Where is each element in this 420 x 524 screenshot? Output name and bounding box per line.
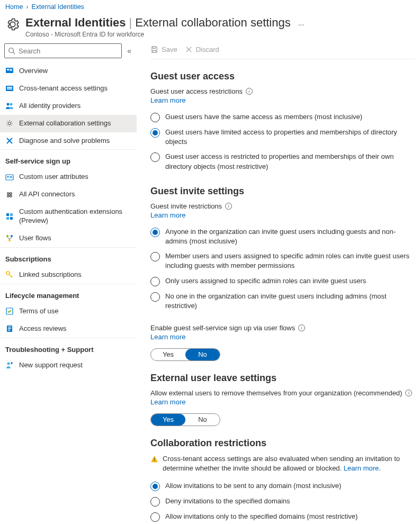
- save-button[interactable]: Save: [150, 46, 177, 53]
- guest-access-restrictions-label: Guest user access restrictions: [150, 87, 243, 95]
- radio-label: Member users and users assigned to speci…: [165, 251, 415, 270]
- svg-rect-4: [10, 69, 12, 70]
- radio-icon: [150, 292, 160, 302]
- svg-rect-26: [8, 327, 11, 328]
- radio-collab-deny-specified[interactable]: Deny invitations to the specified domain…: [150, 494, 415, 509]
- svg-rect-15: [10, 177, 12, 178]
- tenant-subtitle: Contoso - Microsoft Entra ID for workfor…: [25, 31, 415, 38]
- sidebar-item-linked-subscriptions[interactable]: Linked subscriptions: [0, 266, 137, 284]
- sidebar-item-label: Custom user attributes: [19, 173, 131, 182]
- sidebar-item-new-support-request[interactable]: New support request: [0, 357, 137, 374]
- sidebar-item-custom-user-attributes[interactable]: Custom user attributes: [0, 168, 137, 186]
- toggle-yes[interactable]: Yes: [151, 349, 185, 360]
- breadcrumb-home[interactable]: Home: [5, 3, 23, 11]
- sidebar-item-label: Overview: [19, 67, 131, 76]
- radio-label: Allow invitations only to the specified …: [165, 512, 415, 521]
- radio-invite-members[interactable]: Member users and users assigned to speci…: [150, 249, 415, 273]
- svg-line-1: [13, 52, 15, 55]
- sidebar-item-api-connectors[interactable]: All API connectors: [0, 186, 137, 203]
- toggle-yes[interactable]: Yes: [151, 414, 185, 426]
- radio-invite-admins-only[interactable]: Only users assigned to specific admin ro…: [150, 274, 415, 289]
- gear-icon: [5, 119, 14, 128]
- sidebar-item-custom-auth-extensions[interactable]: Custom authentication extensions (Previe…: [0, 203, 137, 230]
- sidebar-item-label: External collaboration settings: [19, 119, 131, 128]
- radio-label: Only users assigned to specific admin ro…: [165, 276, 415, 286]
- svg-rect-31: [154, 460, 155, 462]
- info-icon[interactable]: i: [246, 88, 253, 95]
- radio-guest-access-limited[interactable]: Guest users have limited access to prope…: [150, 125, 415, 149]
- toggle-no[interactable]: No: [185, 349, 220, 360]
- sidebar-section-subscriptions: Subscriptions: [0, 247, 137, 266]
- sidebar-item-label: New support request: [19, 361, 131, 370]
- radio-icon: [150, 512, 160, 522]
- more-button[interactable]: ···: [298, 20, 305, 29]
- sidebar-item-diagnose[interactable]: Diagnose and solve problems: [0, 132, 137, 150]
- search-icon: [8, 47, 15, 55]
- support-icon: [5, 361, 14, 369]
- svg-point-0: [9, 48, 14, 53]
- radio-icon: [150, 277, 160, 286]
- sidebar-section-lifecycle: Lifecycle management: [0, 284, 137, 303]
- sidebar-item-external-collaboration[interactable]: External collaboration settings: [0, 115, 137, 132]
- radio-invite-noone[interactable]: No one in the organization can invite gu…: [150, 289, 415, 313]
- sidebar-section-self-service: Self-service sign up: [0, 149, 137, 168]
- sidebar-item-overview[interactable]: Overview: [0, 62, 137, 80]
- svg-point-10: [10, 103, 13, 106]
- radio-icon: [150, 228, 160, 237]
- sidebar: « Overview Cross-tenant access settings …: [0, 43, 137, 524]
- sidebar-item-label: Access reviews: [19, 324, 131, 333]
- breadcrumb-external-identities[interactable]: External Identities: [32, 3, 84, 11]
- svg-rect-16: [6, 213, 9, 216]
- key-icon: [5, 270, 14, 279]
- radio-label: Guest users have limited access to prope…: [165, 128, 415, 147]
- search-box[interactable]: [4, 43, 122, 58]
- collapse-sidebar-button[interactable]: «: [126, 46, 132, 56]
- svg-point-20: [6, 235, 8, 237]
- radio-icon: [150, 113, 160, 122]
- learn-more-link[interactable]: Learn more: [344, 464, 379, 473]
- radio-icon: [150, 482, 160, 491]
- content-pane: Save Discard Guest user access Guest use…: [137, 43, 420, 524]
- section-collaboration-restrictions: Collaboration restrictions: [150, 438, 415, 449]
- sidebar-item-label: All API connectors: [19, 190, 131, 199]
- radio-guest-access-restricted[interactable]: Guest user access is restricted to prope…: [150, 149, 415, 174]
- section-guest-user-access: Guest user access: [150, 71, 415, 82]
- info-icon[interactable]: i: [225, 203, 232, 210]
- breadcrumb: Home › External Identities: [5, 3, 415, 14]
- learn-more-link[interactable]: Learn more: [150, 333, 185, 341]
- overview-icon: [5, 67, 14, 75]
- radio-icon: [150, 252, 160, 261]
- gear-icon: [5, 17, 20, 32]
- sidebar-item-cross-tenant[interactable]: Cross-tenant access settings: [0, 80, 137, 97]
- radio-invite-anyone[interactable]: Anyone in the organization can invite gu…: [150, 224, 415, 249]
- sidebar-item-label: All identity providers: [19, 102, 131, 111]
- allow-remove-toggle[interactable]: Yes No: [150, 413, 220, 426]
- flow-icon: [5, 234, 14, 242]
- sidebar-section-troubleshooting: Troubleshooting + Support: [0, 338, 137, 357]
- radio-collab-allow-any[interactable]: Allow invitations to be sent to any doma…: [150, 478, 415, 494]
- sidebar-item-label: Terms of use: [19, 307, 131, 316]
- sidebar-item-identity-providers[interactable]: All identity providers: [0, 97, 137, 115]
- search-input[interactable]: [19, 47, 121, 55]
- check-doc-icon: [5, 307, 14, 315]
- learn-more-link[interactable]: Learn more: [150, 96, 185, 104]
- discard-button[interactable]: Discard: [185, 46, 219, 53]
- sidebar-item-user-flows[interactable]: User flows: [0, 230, 137, 247]
- learn-more-link[interactable]: Learn more: [150, 211, 185, 219]
- radio-label: Anyone in the organization can invite gu…: [165, 227, 415, 246]
- radio-collab-allow-specified[interactable]: Allow invitations only to the specified …: [150, 509, 415, 524]
- radio-guest-access-same[interactable]: Guest users have the same access as memb…: [150, 110, 415, 125]
- radio-label: Guest user access is restricted to prope…: [165, 152, 415, 171]
- self-service-signup-toggle[interactable]: Yes No: [150, 348, 220, 361]
- svg-point-21: [11, 235, 13, 237]
- toggle-no[interactable]: No: [185, 414, 220, 426]
- sidebar-item-terms-of-use[interactable]: Terms of use: [0, 303, 137, 320]
- id-card-icon: [5, 173, 14, 182]
- discard-icon: [185, 46, 193, 53]
- info-icon[interactable]: i: [298, 324, 305, 331]
- sidebar-item-access-reviews[interactable]: Access reviews: [0, 320, 137, 338]
- info-icon[interactable]: i: [405, 390, 412, 396]
- learn-more-link[interactable]: Learn more: [150, 398, 185, 406]
- svg-point-9: [7, 103, 10, 106]
- svg-rect-27: [8, 328, 11, 329]
